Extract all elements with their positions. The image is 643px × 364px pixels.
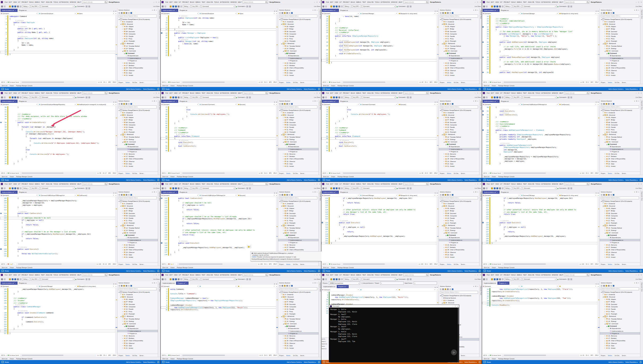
start-debugging-button[interactable]: ▶Command▾ bbox=[397, 187, 406, 189]
tool-tab-propert[interactable]: Propert... bbox=[601, 355, 606, 356]
menu-view[interactable]: VIEW bbox=[173, 274, 178, 276]
start-debugging-button[interactable]: ▶Command▾ bbox=[75, 278, 85, 280]
tool-tab-gitcha[interactable]: Git Cha... bbox=[615, 173, 620, 174]
redo-icon[interactable] bbox=[20, 278, 21, 280]
tool-tab-propert[interactable]: Propert... bbox=[601, 173, 606, 174]
split-window-icon[interactable]: + bbox=[436, 103, 439, 106]
save-icon[interactable] bbox=[333, 278, 335, 280]
vertical-scrollbar[interactable] bbox=[437, 15, 439, 80]
tree-item-08-decorator[interactable]: ▷08 - Decorator bbox=[600, 30, 640, 33]
collapse-all-icon[interactable] bbox=[126, 12, 127, 14]
tree-item-08-decorator[interactable]: ▷08 - Decorator bbox=[117, 303, 158, 305]
menu-extensions[interactable]: EXTENSIONS bbox=[59, 183, 69, 185]
issues-indicator[interactable]: No issues found bbox=[168, 172, 180, 174]
document-tab-implementation.cs[interactable]: Implementation.cs bbox=[483, 282, 497, 285]
tree-item-10-facade[interactable]: ▷10 - Facade bbox=[600, 35, 640, 37]
bottom-tab-output[interactable]: Output bbox=[331, 267, 335, 268]
tree-item-07-bridge[interactable]: ▷07 - Bridge bbox=[117, 301, 158, 303]
undo-icon[interactable] bbox=[338, 187, 340, 189]
tree-item-18-chain-of-responsibility[interactable]: ▷18 - Chain of Responsibility bbox=[278, 158, 318, 160]
split-window-icon[interactable]: + bbox=[436, 288, 439, 291]
tree-item-solution-designpatterns-23-of-23-projects[interactable]: ◢Solution 'DesignPatterns' (23 of 23 pro… bbox=[278, 18, 318, 20]
tree-item-20-state[interactable]: ▷20 - State bbox=[117, 253, 158, 256]
tree-item-15-command[interactable]: ◢15 - Command bbox=[600, 231, 640, 234]
menu-git[interactable]: GIT bbox=[500, 274, 503, 276]
project-scope-dropdown[interactable]: Command▾ bbox=[161, 12, 199, 15]
menu-project[interactable]: PROJECT bbox=[182, 274, 190, 276]
menu-debug[interactable]: DEBUG bbox=[34, 1, 41, 3]
code-editor[interactable]: 139 _employeeManagerRepository.AddEmploy… bbox=[0, 288, 117, 353]
start-debugging-button[interactable]: ▶Command▾ bbox=[236, 278, 246, 280]
menu-extensions[interactable]: EXTENSIONS bbox=[59, 92, 69, 94]
find-in-files-icon[interactable] bbox=[410, 6, 412, 7]
code-editor[interactable]: 18 : base(id, name)19 {20 }21 }2223 /// … bbox=[321, 15, 439, 80]
redo-icon[interactable] bbox=[20, 97, 21, 98]
close-icon[interactable]: × bbox=[477, 9, 478, 11]
solution-configuration-dropdown[interactable]: Debug▾ bbox=[22, 278, 30, 281]
menu-help[interactable]: HELP bbox=[559, 92, 563, 94]
tree-item-program-cs[interactable]: C#Program.cs bbox=[600, 241, 640, 244]
menu-project[interactable]: PROJECT bbox=[342, 92, 350, 94]
tree-item-b-structural[interactable]: ◢B - Structural bbox=[600, 296, 640, 298]
navigate-back-icon[interactable] bbox=[483, 278, 485, 280]
tree-item-19-observer[interactable]: ▷19 - Observer bbox=[600, 251, 640, 253]
tree-item-dependencies[interactable]: ▷Dependencies bbox=[439, 55, 479, 57]
menu-help[interactable]: HELP bbox=[559, 183, 563, 185]
dock-options-icon[interactable]: ▾ bbox=[152, 9, 153, 11]
menu-project[interactable]: PROJECT bbox=[182, 183, 190, 185]
tree-item-16-memento[interactable]: ▷16 - Memento bbox=[439, 62, 479, 64]
notifications-bell-icon[interactable] bbox=[640, 179, 642, 181]
close-button[interactable]: × bbox=[158, 92, 159, 94]
menu-git[interactable]: GIT bbox=[339, 274, 342, 276]
menu-analyze[interactable]: ANALYZE bbox=[527, 183, 535, 185]
window-buttons[interactable]: –□× bbox=[314, 1, 321, 3]
tree-item-18-chain-of-responsibility[interactable]: ▷18 - Chain of Responsibility bbox=[278, 340, 318, 342]
menu-git[interactable]: GIT bbox=[500, 183, 503, 185]
menu-view[interactable]: VIEW bbox=[495, 274, 499, 276]
tree-item-16-memento[interactable]: ▷16 - Memento bbox=[117, 335, 158, 337]
tree-item-program-cs[interactable]: C#Program.cs bbox=[600, 332, 640, 335]
tree-item-16-memento[interactable]: ▷16 - Memento bbox=[278, 335, 318, 337]
menu-git[interactable]: GIT bbox=[18, 1, 21, 3]
tree-item-19-observer[interactable]: ▷19 - Observer bbox=[117, 160, 158, 163]
feedback-icon[interactable] bbox=[484, 179, 486, 181]
add-to-source-control-button[interactable]: Add to Source Control ▴ bbox=[126, 179, 141, 181]
bottom-tab-error-list[interactable]: Error List bbox=[2, 176, 7, 177]
save-all-icon[interactable] bbox=[336, 6, 338, 7]
vertical-scrollbar[interactable] bbox=[276, 15, 278, 80]
tool-tab-propert[interactable]: Propert... bbox=[601, 82, 606, 83]
hot-reload-icon[interactable] bbox=[246, 6, 248, 7]
dock-options-icon[interactable]: ▾ bbox=[313, 191, 313, 193]
tree-item-07-bridge[interactable]: ▷07 - Bridge bbox=[600, 301, 640, 303]
minimize-button[interactable]: – bbox=[636, 183, 637, 185]
new-file-icon[interactable] bbox=[6, 6, 8, 7]
navigate-back-icon[interactable] bbox=[483, 6, 485, 7]
tree-item-19-observer[interactable]: ▷19 - Observer bbox=[117, 342, 158, 344]
save-all-icon[interactable] bbox=[175, 187, 177, 189]
close-icon[interactable]: × bbox=[156, 9, 157, 11]
tool-tab-gitcha[interactable]: Git Cha... bbox=[454, 82, 459, 83]
tree-item-12-flyweight[interactable]: ▷12 - Flyweight bbox=[278, 40, 318, 42]
navigate-forward-icon[interactable] bbox=[164, 97, 166, 98]
feedback-icon[interactable] bbox=[162, 88, 164, 90]
tree-item-15-command[interactable]: ◢15 - Command bbox=[117, 50, 158, 52]
startup-project-dropdown[interactable]: Command▾ bbox=[362, 278, 396, 281]
bottom-tab-error-list[interactable]: Error List bbox=[323, 176, 329, 177]
feedback-icon[interactable] bbox=[323, 361, 325, 363]
save-all-icon[interactable] bbox=[175, 97, 177, 98]
dock-options-icon[interactable]: ▾ bbox=[473, 286, 474, 287]
new-file-icon[interactable] bbox=[6, 187, 8, 189]
issues-indicator[interactable]: No issues found bbox=[490, 81, 501, 83]
document-tab-program.cs[interactable]: Program.cs bbox=[18, 9, 28, 12]
minimize-button[interactable]: – bbox=[314, 1, 315, 3]
menu-analyze[interactable]: ANALYZE bbox=[366, 274, 374, 276]
tree-item-21-iterator[interactable]: ▷21 - Iterator bbox=[117, 347, 158, 349]
type-dropdown[interactable]: Command.AddEmployeeToManagerList▾ bbox=[38, 194, 76, 197]
tree-item-08-decorator[interactable]: ▷08 - Decorator bbox=[117, 121, 158, 124]
new-file-icon[interactable] bbox=[328, 6, 330, 7]
bottom-tab-package-manager-console[interactable]: Package Manager Console bbox=[177, 176, 193, 177]
maximize-button[interactable]: □ bbox=[638, 274, 639, 276]
menu-extensions[interactable]: EXTENSIONS bbox=[220, 274, 230, 276]
menu-debug[interactable]: DEBUG bbox=[516, 274, 523, 276]
menu-help[interactable]: HELP bbox=[559, 1, 563, 3]
